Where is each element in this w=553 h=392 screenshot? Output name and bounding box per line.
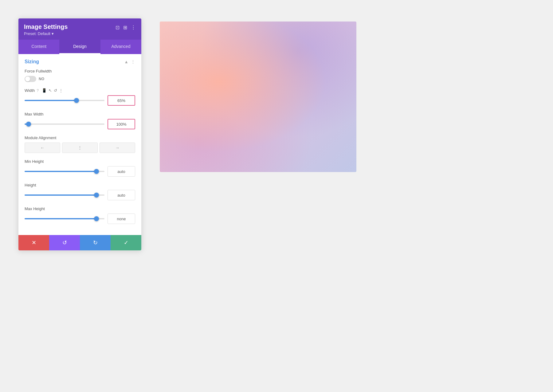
more-width-icon[interactable]: ⋮	[59, 88, 63, 93]
max-height-slider-row	[25, 214, 135, 224]
height-fill	[25, 194, 96, 196]
min-height-thumb[interactable]	[94, 169, 99, 174]
align-right-btn[interactable]: →	[100, 143, 135, 153]
max-width-thumb[interactable]	[26, 122, 31, 127]
max-width-field: Max Width	[25, 112, 135, 129]
max-height-label: Max Height	[25, 206, 135, 211]
height-slider[interactable]	[25, 192, 104, 198]
toggle-row: NO	[25, 76, 135, 82]
toggle-state-label: NO	[39, 77, 44, 81]
align-center-btn[interactable]: ⋮	[62, 143, 98, 153]
align-left-btn[interactable]: ←	[25, 143, 60, 153]
max-height-slider[interactable]	[25, 216, 104, 222]
min-height-slider[interactable]	[25, 168, 104, 174]
layout-icon[interactable]: ⊞	[123, 25, 127, 30]
force-fullwidth-field: Force Fullwidth NO	[25, 69, 135, 82]
max-width-track	[25, 123, 104, 125]
width-track	[25, 100, 104, 101]
mobile-icon[interactable]: 📱	[42, 88, 47, 93]
min-height-label: Min Height	[25, 159, 135, 164]
toggle-knob	[25, 76, 30, 81]
panel-header-icons: ⊡ ⊞ ⋮	[116, 25, 136, 30]
width-field: Width ? 📱 ↖ ↺ ⋮	[25, 88, 135, 106]
section-title: Sizing	[25, 59, 39, 65]
height-thumb[interactable]	[94, 193, 99, 198]
min-height-fill	[25, 171, 96, 172]
min-height-field: Min Height	[25, 159, 135, 177]
width-fill	[25, 100, 76, 101]
max-width-slider-row	[25, 119, 135, 129]
max-height-thumb[interactable]	[94, 216, 99, 221]
max-width-input[interactable]	[108, 119, 135, 129]
section-more-icon[interactable]: ⋮	[131, 59, 135, 64]
preview-area	[160, 18, 535, 172]
panel-header-left: Image Settings Preset: Default ▾	[24, 23, 68, 36]
more-icon[interactable]: ⋮	[131, 25, 136, 30]
expand-icon[interactable]: ⊡	[116, 25, 120, 30]
width-thumb[interactable]	[74, 98, 79, 103]
max-height-input[interactable]	[108, 214, 135, 224]
height-field: Height	[25, 183, 135, 200]
panel-body: Sizing ▲ ⋮ Force Fullwidth NO	[18, 54, 141, 235]
width-slider-row	[25, 95, 135, 106]
redo-button[interactable]: ↻	[80, 235, 111, 250]
max-width-label: Max Width	[25, 112, 135, 116]
panel-tabs: Content Design Advanced	[18, 40, 141, 54]
panel-header: Image Settings Preset: Default ▾ ⊡ ⊞ ⋮	[18, 18, 141, 40]
height-label: Height	[25, 183, 135, 187]
height-input[interactable]	[108, 190, 135, 200]
sizing-section: Sizing ▲ ⋮ Force Fullwidth NO	[18, 54, 141, 235]
height-slider-row	[25, 190, 135, 200]
collapse-icon[interactable]: ▲	[124, 59, 128, 64]
max-width-slider[interactable]	[25, 121, 104, 127]
width-slider[interactable]	[25, 97, 104, 104]
tab-content[interactable]: Content	[18, 40, 59, 54]
align-buttons: ← ⋮ →	[25, 143, 135, 153]
panel-footer: ✕ ↺ ↻ ✓	[18, 235, 141, 250]
cursor-icon[interactable]: ↖	[49, 88, 52, 93]
max-height-fill	[25, 218, 96, 219]
min-height-slider-row	[25, 166, 135, 177]
max-height-track	[25, 218, 104, 219]
section-header: Sizing ▲ ⋮	[25, 59, 135, 65]
cancel-button[interactable]: ✕	[18, 235, 49, 250]
width-input[interactable]	[108, 95, 135, 106]
tab-advanced[interactable]: Advanced	[100, 40, 141, 54]
fullwidth-toggle[interactable]	[25, 76, 36, 82]
save-button[interactable]: ✓	[111, 235, 141, 250]
undo-button[interactable]: ↺	[49, 235, 80, 250]
width-icons: 📱 ↖ ↺ ⋮	[42, 88, 63, 93]
min-height-input[interactable]	[108, 166, 135, 177]
width-label: Width ? 📱 ↖ ↺ ⋮	[25, 88, 135, 93]
module-alignment-field: Module Alignment ← ⋮ →	[25, 135, 135, 153]
min-height-track	[25, 171, 104, 172]
width-help-icon[interactable]: ?	[37, 88, 39, 93]
module-alignment-label: Module Alignment	[25, 135, 135, 140]
gradient-preview-image	[160, 22, 356, 172]
image-settings-panel: Image Settings Preset: Default ▾ ⊡ ⊞ ⋮ C…	[18, 18, 141, 250]
section-controls: ▲ ⋮	[124, 59, 135, 64]
tab-design[interactable]: Design	[59, 40, 100, 54]
reset-icon[interactable]: ↺	[54, 88, 57, 93]
max-height-field: Max Height	[25, 206, 135, 224]
force-fullwidth-label: Force Fullwidth	[25, 69, 135, 73]
height-track	[25, 194, 104, 196]
panel-preset[interactable]: Preset: Default ▾	[24, 31, 68, 36]
panel-title: Image Settings	[24, 23, 68, 30]
